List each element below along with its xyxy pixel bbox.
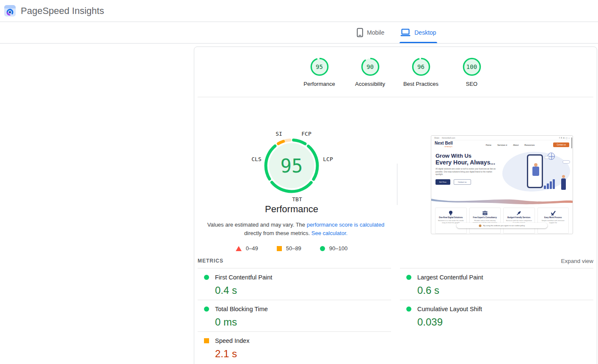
thumb-url: thenextbell.com [442,137,455,139]
tab-desktop[interactable]: Desktop [400,22,437,43]
gauge-title: Performance [194,204,389,215]
mobile-phone-icon [357,28,363,37]
desktop-laptop-icon [400,29,411,36]
gauge-metric-si: SI [276,131,282,137]
red-triangle-icon [236,246,242,251]
gauge-score-value: 95 [260,134,323,197]
expand-view-button[interactable]: Expand view [561,258,593,264]
green-circle-icon [320,246,325,251]
metric-row-lcp: Largest Contentful Paint 0.6 s [400,268,593,300]
score-best-practices[interactable]: 96 Best Practices [400,57,442,97]
score-legend: 0–49 50–89 90–100 [194,245,389,252]
cookie-text: By using this website you agree to our c… [483,224,525,227]
tab-desktop-label: Desktop [414,29,436,36]
score-label: Best Practices [400,81,442,87]
score-label: Accessibility [349,81,391,87]
thumb-scrollbar [571,137,572,148]
legend-range-poor: 0–49 [236,245,258,252]
metrics-left-column: METRICS First Contentful Paint 0.4 s Tot… [198,258,391,363]
legend-range-good: 90–100 [320,245,347,252]
metric-value: 0.6 s [417,285,593,296]
score-value: 95 [310,57,329,77]
disclaimer-text: Values are estimated and may vary. The [207,222,307,228]
thumb-logo: Next Bellalways [435,142,453,148]
metric-name: Speed Index [215,337,249,345]
thumb-navbar: Next Bellalways HomeServices ▾AboutResou… [431,140,573,149]
rocket-icon [504,210,535,216]
legend-range-average: 50–89 [277,245,301,252]
score-ring: 95 [310,57,329,77]
legend-label: 90–100 [329,245,347,252]
good-status-icon [204,307,209,312]
calc-explainer-link[interactable]: performance score is calculated [307,222,385,228]
page-screenshot-thumbnail[interactable]: Share thenextbell.com f X in ▢ ○ Next Be… [431,135,573,234]
thumb-wave-divider [431,197,573,207]
metrics-right-column: Expand view Largest Contentful Paint 0.6… [400,258,593,363]
thumb-heading-2: Every Hour, Always... [435,159,503,166]
average-status-icon [204,338,209,343]
thumb-share: Share [434,137,439,139]
category-scores-row: 95 Performance 90 Accessibility 96 [194,47,597,97]
metric-row-tbt: Total Blocking Time 0 ms [198,300,391,332]
thumb-primary-button: Bell Now [435,179,450,185]
report-card: 95 Performance 90 Accessibility 96 [194,47,597,364]
score-value: 96 [411,57,431,77]
gauge-metric-lcp: LCP [323,156,333,162]
legend-label: 0–49 [246,245,258,252]
check-hand-icon [538,210,569,216]
people-icon [470,210,501,216]
tab-mobile[interactable]: Mobile [356,22,385,43]
orange-square-icon [277,246,282,251]
tab-mobile-label: Mobile [367,29,384,36]
metric-value: 0.039 [417,316,593,328]
disclaimer-text: directly from these metrics. [244,230,311,236]
app-header: PageSpeed Insights [0,0,598,22]
cookie-icon [479,224,482,227]
metrics-heading: METRICS [198,258,223,264]
see-calculator-link[interactable]: See calculator. [311,230,347,236]
score-ring: 90 [361,57,380,77]
score-label: SEO [451,81,493,87]
gauge-metric-fcp: FCP [301,131,311,137]
score-value: 100 [462,57,482,77]
thumb-illustration [502,150,571,195]
metric-value: 2.1 s [215,348,391,360]
thumb-cookie-banner: By using this website you agree to our c… [457,223,548,228]
score-seo[interactable]: 100 SEO [451,57,493,97]
performance-gauge: 95 SI FCP LCP CLS TBT [228,123,355,203]
page-title: PageSpeed Insights [21,5,104,16]
gauge-metric-cls: CLS [251,156,261,162]
pagespeed-logo-icon[interactable] [4,5,16,16]
score-value: 90 [361,57,380,77]
device-tabstrip: Mobile Desktop [0,22,598,44]
metric-row-fcp: First Contentful Paint 0.4 s [198,268,391,300]
metric-value: 0 ms [215,316,391,328]
score-label: Performance [298,81,341,87]
thumb-card: Budget-Friendly Services Services with t… [503,208,535,234]
thumb-card: Free Expert's Consultancy Flexible advic… [469,208,501,234]
good-status-icon [204,275,209,280]
thumb-topbar: Share thenextbell.com f X in ▢ ○ [431,136,573,140]
metric-name: Total Blocking Time [215,305,268,313]
score-accessibility[interactable]: 90 Accessibility [349,57,391,97]
thumb-contact-button: Contact us [553,142,569,147]
thumb-social-icons: f X in ▢ ○ [559,137,570,139]
score-disclaimer: Values are estimated and may vary. The p… [205,221,387,238]
active-tab-underline [400,42,437,43]
score-ring: 96 [411,57,431,77]
good-status-icon [406,307,411,312]
metric-name: Cumulative Layout Shift [417,305,482,313]
good-status-icon [406,275,411,280]
performance-gauge-section: 95 SI FCP LCP CLS TBT Performance Values… [194,97,597,255]
thumb-body-text: All digital solutions are under a roof t… [435,168,499,176]
thumb-card: One-Row Digital Solutions Solutions in a… [435,208,467,234]
thumb-nav-links: HomeServices ▾AboutResources [486,144,535,146]
metric-value: 0.4 s [215,285,391,296]
score-ring: 100 [462,57,482,77]
metric-row-si: Speed Index 2.1 s [198,332,391,363]
metric-name: First Contentful Paint [215,274,272,281]
metric-name: Largest Contentful Paint [417,274,483,281]
thumb-secondary-button: Contact us [454,179,471,185]
score-performance[interactable]: 95 Performance [298,57,341,97]
thumb-heading-1: Grow With Us [435,153,503,159]
